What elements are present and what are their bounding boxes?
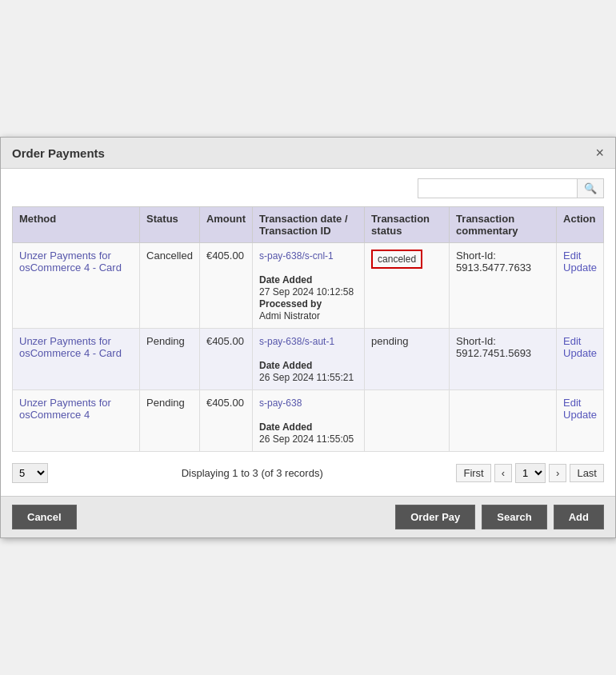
cell-method: Unzer Payments for osCommerce 4 - Card <box>13 243 140 329</box>
cell-transaction-date: s-pay-638Date Added26 Sep 2024 11:55:05 <box>253 390 365 452</box>
cell-status: Pending <box>140 390 200 452</box>
cell-transaction-status: canceled <box>365 243 450 329</box>
dialog-body: 🔍 Method Status Amount Transaction date … <box>1 169 615 496</box>
cell-amount: €405.00 <box>199 390 252 452</box>
cell-commentary: Short-Id: 5913.5477.7633 <box>450 243 557 329</box>
cell-status: Cancelled <box>140 243 200 329</box>
first-page-button[interactable]: First <box>456 464 490 482</box>
col-action: Action <box>557 207 604 243</box>
transaction-id: s-pay-638 <box>259 397 302 409</box>
table-row: Unzer Payments for osCommerce 4 - CardPe… <box>13 329 604 390</box>
transaction-date: Date Added26 Sep 2024 11:55:05 <box>259 421 354 445</box>
method-value: Unzer Payments for osCommerce 4 - Card <box>19 335 122 359</box>
per-page-control: 5 10 25 <box>12 463 48 483</box>
cell-commentary <box>450 390 557 452</box>
transaction-id: s-pay-638/s-aut-1 <box>259 336 334 347</box>
cell-amount: €405.00 <box>199 243 252 329</box>
transaction-date: Date Added27 Sep 2024 10:12:58 <box>259 274 354 298</box>
close-button[interactable]: × <box>595 146 604 160</box>
next-page-button[interactable]: › <box>549 464 566 482</box>
table-row: Unzer Payments for osCommerce 4Pending€4… <box>13 390 604 452</box>
method-value: Unzer Payments for osCommerce 4 - Card <box>19 250 122 274</box>
table-header: Method Status Amount Transaction date / … <box>13 207 604 243</box>
edit-link[interactable]: Edit <box>563 335 597 347</box>
cell-action: EditUpdate <box>557 390 604 452</box>
col-amount: Amount <box>199 207 252 243</box>
update-link[interactable]: Update <box>563 409 597 421</box>
cell-transaction-date: s-pay-638/s-aut-1Date Added26 Sep 2024 1… <box>253 329 365 390</box>
dialog-header: Order Payments × <box>1 138 615 169</box>
footer-left: Cancel <box>12 505 77 529</box>
pagination-row: 5 10 25 Displaying 1 to 3 (of 3 records)… <box>12 460 604 486</box>
table-body: Unzer Payments for osCommerce 4 - CardCa… <box>13 243 604 452</box>
cell-transaction-status <box>365 390 450 452</box>
col-transaction-status: Transaction status <box>365 207 450 243</box>
last-page-button[interactable]: Last <box>570 464 604 482</box>
col-transaction-date: Transaction date / Transaction ID <box>253 207 365 243</box>
cell-action: EditUpdate <box>557 329 604 390</box>
col-transaction-commentary: Transaction commentary <box>450 207 557 243</box>
pagination-info: Displaying 1 to 3 (of 3 records) <box>182 467 323 479</box>
cell-commentary: Short-Id: 5912.7451.5693 <box>450 329 557 390</box>
update-link[interactable]: Update <box>563 262 597 274</box>
search-input[interactable] <box>418 178 578 198</box>
cell-transaction-date: s-pay-638/s-cnl-1Date Added27 Sep 2024 1… <box>253 243 365 329</box>
update-link[interactable]: Update <box>563 347 597 359</box>
cell-transaction-status: pending <box>365 329 450 390</box>
search-icon: 🔍 <box>584 182 597 194</box>
payments-table: Method Status Amount Transaction date / … <box>12 206 604 452</box>
cell-method: Unzer Payments for osCommerce 4 - Card <box>13 329 140 390</box>
edit-link[interactable]: Edit <box>563 397 597 409</box>
col-status: Status <box>140 207 200 243</box>
col-method: Method <box>13 207 140 243</box>
footer-right: Order Pay Search Add <box>395 505 604 529</box>
table-row: Unzer Payments for osCommerce 4 - CardCa… <box>13 243 604 329</box>
method-value: Unzer Payments for osCommerce 4 <box>19 397 111 421</box>
per-page-select[interactable]: 5 10 25 <box>12 463 48 483</box>
transaction-status-value: pending <box>371 335 408 347</box>
cell-method: Unzer Payments for osCommerce 4 <box>13 390 140 452</box>
search-button[interactable]: Search <box>482 505 546 529</box>
cell-amount: €405.00 <box>199 329 252 390</box>
transaction-id: s-pay-638/s-cnl-1 <box>259 250 334 262</box>
processed-by: Processed byAdmi Nistrator <box>259 298 322 322</box>
add-button[interactable]: Add <box>554 505 604 529</box>
order-pay-button[interactable]: Order Pay <box>395 505 475 529</box>
cell-action: EditUpdate <box>557 243 604 329</box>
transaction-status-badge: canceled <box>371 250 422 269</box>
search-icon-button[interactable]: 🔍 <box>578 178 604 198</box>
dialog-footer: Cancel Order Pay Search Add <box>1 496 615 537</box>
prev-page-button[interactable]: ‹ <box>494 464 512 482</box>
edit-link[interactable]: Edit <box>563 250 597 262</box>
cell-status: Pending <box>140 329 200 390</box>
page-select[interactable]: 1 <box>515 463 546 483</box>
dialog-title: Order Payments <box>12 146 105 160</box>
cancel-button[interactable]: Cancel <box>12 505 77 529</box>
search-bar: 🔍 <box>12 178 604 198</box>
transaction-date: Date Added26 Sep 2024 11:55:21 <box>259 360 354 383</box>
order-payments-dialog: Order Payments × 🔍 Method Status Amount … <box>0 137 616 538</box>
pagination-controls: First ‹ 1 › Last <box>456 463 604 483</box>
